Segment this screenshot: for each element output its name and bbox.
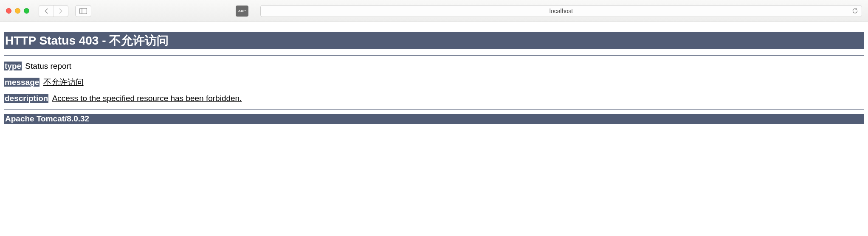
description-row: description Access to the specified reso… [4, 94, 864, 103]
type-row: type Status report [4, 62, 864, 71]
back-button[interactable] [39, 6, 54, 17]
description-value: Access to the specified resource has bee… [52, 94, 242, 103]
message-row: message 不允许访问 [4, 77, 864, 88]
close-window-button[interactable] [6, 8, 11, 14]
type-label: type [4, 62, 22, 70]
abp-icon: ABP [237, 6, 247, 16]
page-content: HTTP Status 403 - 不允许访问 type Status repo… [0, 32, 868, 124]
chevron-right-icon [58, 8, 63, 14]
window-controls [6, 8, 29, 14]
chevron-left-icon [44, 8, 49, 14]
message-value: 不允许访问 [43, 78, 84, 87]
divider [4, 55, 864, 56]
maximize-window-button[interactable] [24, 8, 29, 14]
message-label: message [4, 78, 39, 87]
svg-rect-0 [80, 8, 87, 14]
forward-button[interactable] [54, 6, 68, 17]
sidebar-toggle-button[interactable] [75, 5, 91, 17]
browser-toolbar: ABP localhost [0, 0, 868, 22]
type-value: Status report [25, 62, 71, 70]
address-text: localhost [273, 8, 849, 14]
reload-icon [852, 8, 858, 14]
reload-button[interactable] [851, 7, 859, 15]
status-heading: HTTP Status 403 - 不允许访问 [4, 32, 864, 49]
sidebar-icon [79, 8, 87, 14]
divider [4, 109, 864, 110]
address-bar[interactable]: localhost [260, 5, 862, 17]
navigation-buttons [39, 5, 68, 17]
server-heading: Apache Tomcat/8.0.32 [4, 114, 864, 124]
abp-extension-button[interactable]: ABP [236, 6, 248, 17]
description-label: description [4, 94, 48, 103]
minimize-window-button[interactable] [15, 8, 20, 14]
